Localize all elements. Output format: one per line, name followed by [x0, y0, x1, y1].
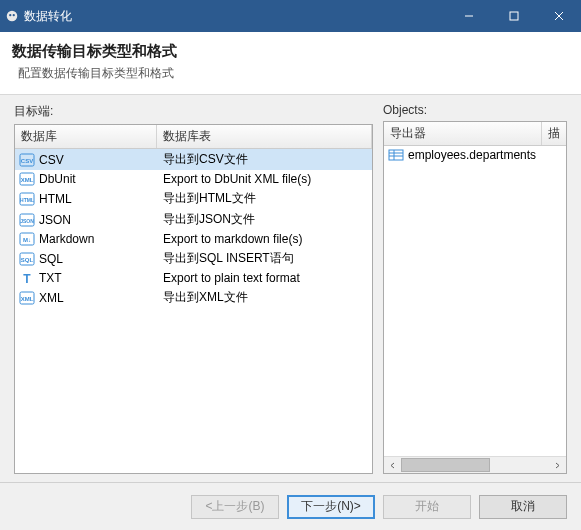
scroll-left-icon[interactable] — [384, 457, 401, 474]
table-row[interactable]: employees.departments — [384, 146, 566, 164]
svg-text:M↓: M↓ — [23, 237, 31, 243]
xml-icon: XML — [19, 172, 35, 186]
svg-point-0 — [7, 11, 18, 22]
txt-icon: T — [19, 271, 35, 285]
table-row[interactable]: JSONJSON导出到JSON文件 — [15, 209, 372, 230]
scrollbar-thumb[interactable] — [401, 458, 490, 472]
svg-rect-4 — [510, 12, 518, 20]
table-row[interactable]: M↓MarkdownExport to markdown file(s) — [15, 230, 372, 248]
html-icon: HTML — [19, 192, 35, 206]
start-button: 开始 — [383, 495, 471, 519]
format-desc: 导出到JSON文件 — [157, 211, 372, 228]
table-row[interactable]: CSVCSV导出到CSV文件 — [15, 149, 372, 170]
objects-header: 导出器 描 — [384, 122, 566, 146]
svg-text:CSV: CSV — [21, 158, 33, 164]
md-icon: M↓ — [19, 232, 35, 246]
col-desc[interactable]: 描 — [542, 122, 566, 145]
target-header: 数据库 数据库表 — [15, 125, 372, 149]
format-name: HTML — [39, 192, 72, 206]
sql-icon: SQL — [19, 252, 35, 266]
format-name: XML — [39, 291, 64, 305]
wizard-header: 数据传输目标类型和格式 配置数据传输目标类型和格式 — [0, 32, 581, 95]
cancel-button[interactable]: 取消 — [479, 495, 567, 519]
format-desc: Export to DbUnit XML file(s) — [157, 172, 372, 186]
maximize-button[interactable] — [491, 0, 536, 32]
page-subtitle: 配置数据传输目标类型和格式 — [12, 65, 569, 82]
objects-panel: Objects: 导出器 描 employees.departments — [383, 103, 567, 474]
svg-point-1 — [9, 14, 11, 16]
table-row[interactable]: SQLSQL导出到SQL INSERT语句 — [15, 248, 372, 269]
format-desc: 导出到HTML文件 — [157, 190, 372, 207]
svg-text:XML: XML — [21, 177, 34, 183]
table-row[interactable]: XMLXML导出到XML文件 — [15, 287, 372, 308]
back-button: <上一步(B) — [191, 495, 279, 519]
format-desc: 导出到CSV文件 — [157, 151, 372, 168]
format-desc: 导出到XML文件 — [157, 289, 372, 306]
table-row[interactable]: TTXTExport to plain text format — [15, 269, 372, 287]
minimize-button[interactable] — [446, 0, 491, 32]
format-name: DbUnit — [39, 172, 76, 186]
next-button[interactable]: 下一步(N)> — [287, 495, 375, 519]
json-icon: JSON — [19, 213, 35, 227]
titlebar: 数据转化 — [0, 0, 581, 32]
format-name: SQL — [39, 252, 63, 266]
close-button[interactable] — [536, 0, 581, 32]
page-title: 数据传输目标类型和格式 — [12, 42, 569, 61]
format-desc: Export to markdown file(s) — [157, 232, 372, 246]
svg-point-2 — [13, 14, 15, 16]
format-desc: Export to plain text format — [157, 271, 372, 285]
target-label: 目标端: — [14, 103, 373, 120]
col-database[interactable]: 数据库 — [15, 125, 157, 148]
app-icon — [0, 9, 24, 23]
svg-text:JSON: JSON — [20, 218, 34, 224]
format-name: Markdown — [39, 232, 94, 246]
xml-icon: XML — [19, 291, 35, 305]
table-icon — [388, 148, 404, 162]
footer: <上一步(B) 下一步(N)> 开始 取消 — [0, 482, 581, 530]
format-name: CSV — [39, 153, 64, 167]
col-table[interactable]: 数据库表 — [157, 125, 372, 148]
objects-label: Objects: — [383, 103, 567, 117]
svg-text:T: T — [23, 272, 31, 285]
svg-rect-22 — [389, 150, 403, 160]
svg-text:HTML: HTML — [20, 197, 34, 203]
table-row[interactable]: HTMLHTML导出到HTML文件 — [15, 188, 372, 209]
horizontal-scrollbar[interactable] — [384, 456, 566, 473]
target-panel: 目标端: 数据库 数据库表 CSVCSV导出到CSV文件XMLDbUnitExp… — [14, 103, 373, 474]
svg-text:SQL: SQL — [21, 257, 34, 263]
csv-icon: CSV — [19, 153, 35, 167]
target-list[interactable]: 数据库 数据库表 CSVCSV导出到CSV文件XMLDbUnitExport t… — [14, 124, 373, 474]
format-desc: 导出到SQL INSERT语句 — [157, 250, 372, 267]
svg-text:XML: XML — [21, 296, 34, 302]
table-row[interactable]: XMLDbUnitExport to DbUnit XML file(s) — [15, 170, 372, 188]
format-name: JSON — [39, 213, 71, 227]
content-area: 目标端: 数据库 数据库表 CSVCSV导出到CSV文件XMLDbUnitExp… — [0, 95, 581, 482]
object-name: employees.departments — [408, 148, 536, 162]
objects-list[interactable]: 导出器 描 employees.departments — [383, 121, 567, 474]
col-exporter[interactable]: 导出器 — [384, 122, 542, 145]
window-title: 数据转化 — [24, 8, 446, 25]
scroll-right-icon[interactable] — [549, 457, 566, 474]
format-name: TXT — [39, 271, 62, 285]
